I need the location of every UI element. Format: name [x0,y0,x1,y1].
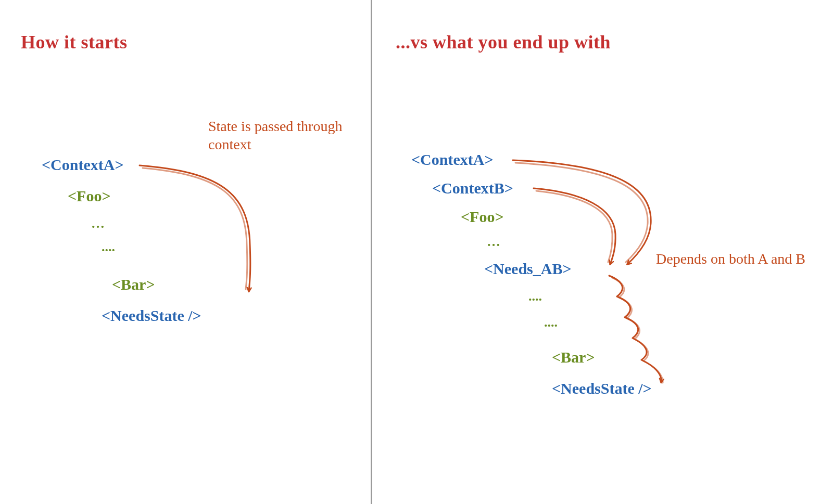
vertical-divider [371,0,372,504]
diagram-canvas: How it starts State is passed through co… [0,0,833,504]
right-arrow-contextB-icon [534,188,615,264]
right-annotation: Depends on both A and B [656,250,812,268]
left-needs-state: <NeedsState /> [102,307,201,325]
right-needs-ab: <Needs_AB> [484,260,572,278]
right-zigzag-arrow-icon [609,276,663,383]
right-foo: <Foo> [461,208,504,226]
right-dots-3: .... [544,315,558,330]
left-heading: How it starts [21,31,127,53]
left-arrow-icon [140,165,250,291]
left-dots-2: .... [102,239,115,255]
left-bar: <Bar> [112,276,155,293]
left-contextA: <ContextA> [42,156,124,174]
right-heading: ...vs what you end up with [396,31,611,53]
right-needs-state: <NeedsState /> [552,380,652,397]
right-contextA: <ContextA> [411,151,494,169]
left-dots-1: … [91,216,105,231]
right-dots-1: … [487,234,500,250]
right-contextB: <ContextB> [432,179,513,197]
right-arrow-contextA-icon [513,160,651,264]
right-bar: <Bar> [552,348,595,366]
left-annotation: State is passed through context [208,117,375,153]
right-dots-2: .... [528,289,542,304]
left-foo: <Foo> [68,187,111,205]
